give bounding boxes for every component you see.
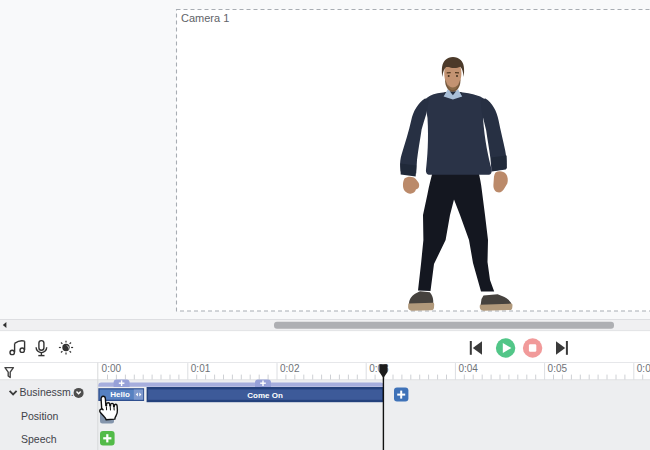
svg-text:0:01: 0:01 <box>191 363 211 374</box>
svg-text:0:00: 0:00 <box>102 363 122 374</box>
svg-text:0:06: 0:06 <box>637 363 650 374</box>
svg-text:Hello: Hello <box>110 390 130 399</box>
svg-text:Come On: Come On <box>247 391 283 400</box>
svg-text:Businessm...: Businessm... <box>20 386 80 398</box>
svg-text:0:04: 0:04 <box>458 363 478 374</box>
svg-text:Camera 1: Camera 1 <box>181 12 229 24</box>
svg-text:0:02: 0:02 <box>280 363 300 374</box>
svg-text:Position: Position <box>21 410 59 422</box>
svg-text:0:05: 0:05 <box>548 363 568 374</box>
svg-text:Speech: Speech <box>21 433 57 445</box>
